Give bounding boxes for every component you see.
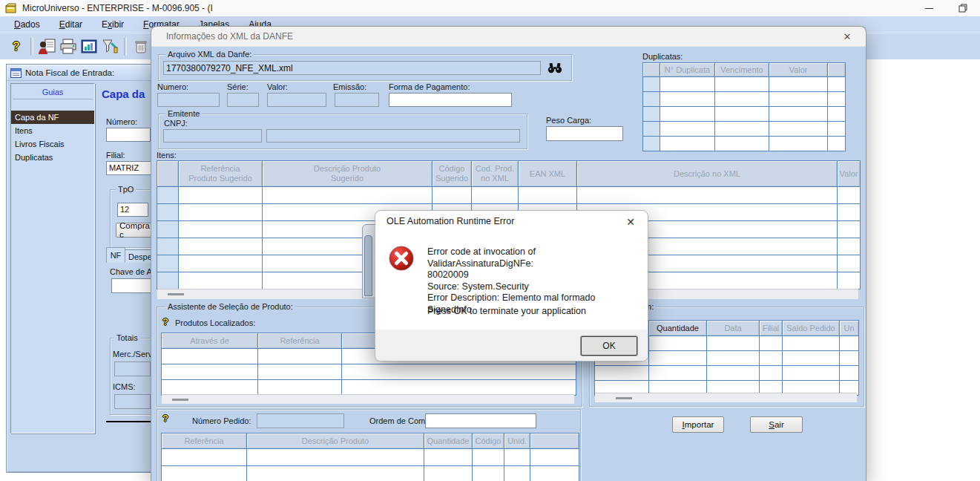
tpo-input[interactable]: 12 <box>117 203 148 217</box>
table-cell[interactable] <box>247 466 424 481</box>
saldo-col-quantidade[interactable]: Quantidade <box>649 321 706 336</box>
buscar-xml-button[interactable] <box>545 59 565 76</box>
produtos-col-referencia[interactable]: Referência <box>258 333 341 348</box>
table-cell[interactable] <box>783 366 839 380</box>
table-cell[interactable] <box>660 137 714 151</box>
table-cell[interactable] <box>247 449 424 465</box>
cnpj-input[interactable] <box>163 129 262 143</box>
peso-carga-input[interactable] <box>546 126 623 141</box>
produtos-col-atraves[interactable]: Através de <box>162 333 257 348</box>
table-cell[interactable] <box>783 351 839 365</box>
saldo-col-filial[interactable]: Filial <box>760 321 782 336</box>
dup-col-valor[interactable]: Valor <box>769 63 827 76</box>
row-indicator-cell[interactable] <box>157 221 178 238</box>
help-button[interactable]: ? <box>7 37 26 56</box>
table-cell[interactable] <box>838 238 860 255</box>
table-cell[interactable] <box>179 221 262 238</box>
arquivo-input[interactable]: 1770380079270_NFE_XML.xml <box>163 61 541 75</box>
report-chart-button[interactable] <box>79 37 99 56</box>
table-cell[interactable] <box>840 336 858 350</box>
table-cell[interactable] <box>769 137 827 151</box>
numero-pedido-input[interactable] <box>257 413 344 428</box>
danfe-close-button[interactable]: ✕ <box>835 27 860 46</box>
guia-capa-da-nf[interactable]: Capa da NF <box>11 111 94 124</box>
table-cell[interactable] <box>769 92 827 106</box>
table-cell[interactable] <box>838 204 860 220</box>
print-button[interactable] <box>59 37 78 56</box>
table-cell[interactable] <box>838 272 860 289</box>
danfe-forma-input[interactable] <box>389 93 512 107</box>
pedido-col-codigo[interactable]: Código <box>473 433 504 448</box>
table-cell[interactable] <box>828 107 845 121</box>
dup-col-extra[interactable] <box>828 63 845 76</box>
table-cell[interactable] <box>828 137 845 151</box>
table-cell[interactable] <box>769 122 827 136</box>
minimize-button[interactable] <box>912 0 946 16</box>
table-cell[interactable] <box>660 107 714 121</box>
merc-input[interactable] <box>114 361 151 376</box>
table-cell[interactable] <box>649 336 706 350</box>
table-cell[interactable] <box>660 92 714 106</box>
sair-button[interactable]: Sair <box>750 416 803 433</box>
numero-input[interactable] <box>106 128 151 142</box>
pedido-col-descricao[interactable]: Descrição Produto <box>247 433 424 448</box>
table-cell[interactable] <box>162 466 246 481</box>
row-indicator-cell[interactable] <box>643 92 660 106</box>
table-cell[interactable] <box>162 349 257 364</box>
itens-col-codigo-sugerido[interactable]: CódigoSugerido <box>433 161 471 186</box>
table-cell[interactable] <box>179 204 262 220</box>
table-cell[interactable] <box>179 238 262 255</box>
table-cell[interactable] <box>504 449 530 465</box>
saldo-col-data[interactable]: Data <box>707 321 759 336</box>
table-cell[interactable] <box>179 187 262 203</box>
tab-nf[interactable]: NF <box>106 247 125 263</box>
table-cell[interactable] <box>649 366 706 380</box>
itens-col-cod-prod-xml[interactable]: Cod. Prod.no XML <box>472 161 518 186</box>
user-report-button[interactable] <box>38 37 57 56</box>
table-cell[interactable] <box>707 366 759 380</box>
table-cell[interactable] <box>179 272 262 289</box>
table-cell[interactable] <box>162 380 257 395</box>
pedido-col-referencia[interactable]: Referência <box>162 433 246 448</box>
table-cell[interactable] <box>179 255 262 272</box>
row-indicator-cell[interactable] <box>157 255 178 272</box>
menu-editar[interactable]: Editar <box>50 16 92 33</box>
compra-button[interactable]: Compra c <box>116 223 152 238</box>
table-cell[interactable] <box>715 122 769 136</box>
table-cell[interactable] <box>760 351 782 365</box>
guia-duplicatas[interactable]: Duplicatas <box>11 151 94 164</box>
itens-col-indicator[interactable] <box>157 161 178 186</box>
produtos-hscrollbar-thumb[interactable] <box>172 399 188 401</box>
table-cell[interactable] <box>473 466 504 481</box>
table-cell[interactable] <box>162 364 257 379</box>
row-indicator-cell[interactable] <box>157 204 178 220</box>
table-cell[interactable] <box>707 336 759 350</box>
table-cell[interactable] <box>828 92 845 106</box>
itens-col-descricao-xml[interactable]: Descrição no XML <box>577 161 837 186</box>
error-close-button[interactable]: ✕ <box>615 211 646 233</box>
danfe-serie-input[interactable] <box>227 93 259 107</box>
table-cell[interactable] <box>263 187 432 203</box>
icms-input[interactable] <box>114 394 151 409</box>
table-cell[interactable] <box>258 364 341 379</box>
row-indicator-cell[interactable] <box>157 238 178 255</box>
itens-col-descricao-sugerido[interactable]: Descrição ProdutoSugerido <box>263 161 432 186</box>
table-cell[interactable] <box>258 349 341 364</box>
row-indicator-cell[interactable] <box>643 77 660 91</box>
table-cell[interactable] <box>707 351 759 365</box>
restore-button[interactable] <box>946 0 980 16</box>
table-cell[interactable] <box>769 77 827 91</box>
table-cell[interactable] <box>715 92 769 106</box>
table-cell[interactable] <box>342 364 576 379</box>
pedido-col-quantidade[interactable]: Quantidade <box>424 433 472 448</box>
table-cell[interactable] <box>715 137 769 151</box>
ok-button[interactable]: OK <box>581 336 637 356</box>
tools-button[interactable] <box>100 37 119 56</box>
row-indicator-cell[interactable] <box>643 137 660 151</box>
table-cell[interactable] <box>715 107 769 121</box>
table-cell[interactable] <box>472 187 518 203</box>
saldo-col-saldo-pedido[interactable]: Saldo Pedido <box>783 321 839 336</box>
dup-col-vencimento[interactable]: Vencimento <box>715 63 769 76</box>
dup-col-numero[interactable]: N° Duplicata <box>660 63 714 76</box>
itens-col-ean-xml[interactable]: EAN XML <box>519 161 576 186</box>
